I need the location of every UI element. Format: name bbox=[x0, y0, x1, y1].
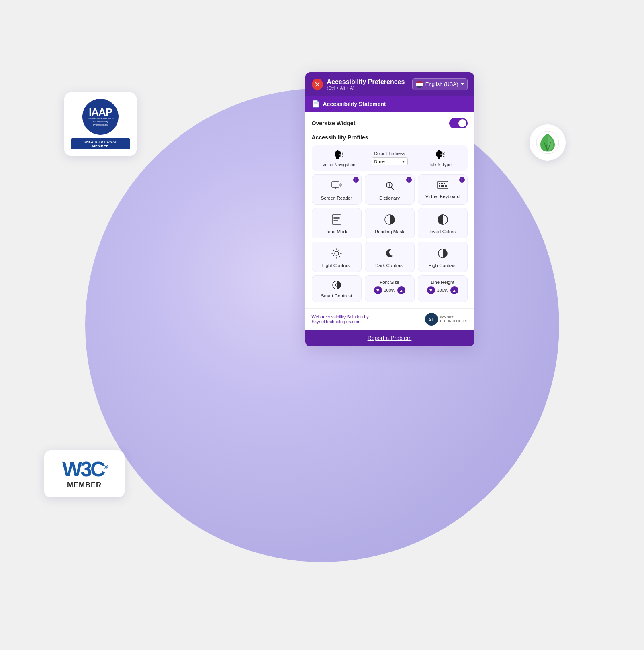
high-contrast-icon bbox=[437, 248, 448, 261]
leaf-svg bbox=[536, 130, 560, 155]
chevron-down-icon bbox=[461, 83, 464, 85]
font-size-value: 100% bbox=[384, 288, 396, 293]
org-member-badge: ORGANIZATIONAL MEMBER bbox=[71, 138, 130, 149]
widget-body: Oversize Widget Accessibility Profiles 🗣… bbox=[305, 112, 474, 308]
accessibility-statement-bar[interactable]: 📄 Accessibility Statement bbox=[305, 96, 474, 112]
talk-type-label: Talk & Type bbox=[429, 162, 452, 167]
dictionary-icon bbox=[384, 180, 395, 193]
accessibility-statement-text: Accessibility Statement bbox=[323, 101, 386, 107]
font-size-increase-button[interactable]: ▴ bbox=[397, 286, 405, 294]
color-blindness-chevron bbox=[402, 161, 405, 163]
color-blindness-select[interactable]: None bbox=[372, 157, 408, 165]
info-badge-virtual-keyboard: i bbox=[459, 177, 465, 183]
reading-mask-label: Reading Mask bbox=[375, 229, 405, 234]
oversize-label: Oversize Widget bbox=[312, 120, 356, 126]
smart-contrast-icon bbox=[331, 280, 342, 292]
skynet-logo: ST SKYNETTECHNOLOGIES bbox=[425, 313, 468, 326]
svg-rect-7 bbox=[439, 185, 440, 187]
footer-brand: Web Accessibility Solution by SkynetTech… bbox=[312, 313, 468, 326]
w3c-badge: W3C® MEMBER bbox=[44, 450, 125, 497]
close-button[interactable] bbox=[312, 79, 323, 90]
invert-colors-label: Invert Colors bbox=[429, 229, 456, 234]
dictionary-label: Dictionary bbox=[379, 196, 400, 200]
line-height-card: Line Height ▾ 100% ▴ bbox=[418, 275, 468, 302]
scene: IAAP International Association of Access… bbox=[0, 0, 644, 650]
line-height-decrease-button[interactable]: ▾ bbox=[427, 286, 435, 294]
svg-rect-1 bbox=[332, 182, 339, 187]
svg-rect-9 bbox=[445, 185, 447, 187]
line-height-controls: ▾ 100% ▴ bbox=[427, 286, 458, 294]
bottom-controls-row: Smart Contrast Font Size ▾ 100% ▴ Line H… bbox=[312, 275, 468, 302]
w3c-logo: W3C® bbox=[62, 458, 106, 479]
lang-label: English (USA) bbox=[425, 81, 458, 87]
line-height-increase-button[interactable]: ▴ bbox=[450, 286, 458, 294]
iaap-description: International Association of Accessibili… bbox=[86, 117, 114, 126]
iaap-badge: IAAP International Association of Access… bbox=[64, 92, 137, 156]
feature-dark-contrast[interactable]: Dark Contrast bbox=[365, 242, 415, 272]
leaf-icon-badge bbox=[530, 124, 566, 161]
screen-reader-label: Screen Reader bbox=[321, 196, 352, 200]
reading-mask-icon bbox=[384, 214, 395, 227]
iaap-logo-text: IAAP bbox=[89, 107, 112, 117]
svg-rect-5 bbox=[441, 183, 443, 184]
color-blindness-wrapper: Color Blindness None bbox=[366, 151, 413, 165]
header-left: Accessibility Preferences (Ctrl + Alt + … bbox=[312, 78, 405, 90]
footer-text-group: Web Accessibility Solution by SkynetTech… bbox=[312, 314, 369, 324]
voice-navigation-icon: 🗣 bbox=[333, 149, 345, 161]
flag-icon bbox=[416, 81, 423, 88]
iaap-circle: IAAP International Association of Access… bbox=[82, 99, 119, 135]
skynet-icon: ST bbox=[425, 313, 438, 326]
report-problem-bar[interactable]: Report a Problem bbox=[305, 330, 474, 346]
feature-screen-reader[interactable]: i Screen Reader bbox=[312, 174, 362, 205]
profiles-top-row: 🗣 Voice Navigation Color Blindness None … bbox=[312, 145, 468, 171]
profile-talk-type[interactable]: 🗣 Talk & Type bbox=[417, 149, 464, 167]
feature-high-contrast[interactable]: High Contrast bbox=[418, 242, 468, 272]
screen-reader-icon bbox=[331, 180, 342, 193]
voice-navigation-label: Voice Navigation bbox=[323, 162, 356, 167]
w3c-member-text: MEMBER bbox=[67, 481, 102, 489]
footer-brand-link[interactable]: SkynetTechnologies.com bbox=[312, 319, 369, 324]
header-subtitle: (Ctrl + Alt + A) bbox=[327, 86, 405, 90]
widget-header: Accessibility Preferences (Ctrl + Alt + … bbox=[305, 72, 474, 96]
feature-virtual-keyboard[interactable]: i Virtual Keyboard bbox=[418, 174, 468, 205]
light-contrast-label: Light Contrast bbox=[322, 263, 351, 268]
high-contrast-label: High Contrast bbox=[428, 263, 456, 268]
header-title: Accessibility Preferences bbox=[327, 78, 405, 86]
language-selector[interactable]: English (USA) bbox=[412, 78, 468, 90]
info-badge-dictionary: i bbox=[406, 177, 412, 183]
oversize-toggle[interactable] bbox=[449, 118, 468, 128]
svg-rect-4 bbox=[439, 183, 440, 184]
header-title-group: Accessibility Preferences (Ctrl + Alt + … bbox=[327, 78, 405, 90]
feature-read-mode[interactable]: Read Mode bbox=[312, 208, 362, 238]
feature-reading-mask[interactable]: Reading Mask bbox=[365, 208, 415, 238]
widget-footer: Web Accessibility Solution by SkynetTech… bbox=[305, 308, 474, 330]
feature-invert-colors[interactable]: Invert Colors bbox=[418, 208, 468, 238]
footer-brand-text: Web Accessibility Solution by bbox=[312, 314, 369, 319]
virtual-keyboard-label: Virtual Keyboard bbox=[425, 194, 460, 199]
light-contrast-icon bbox=[331, 248, 342, 261]
font-size-decrease-button[interactable]: ▾ bbox=[374, 286, 382, 294]
dark-contrast-icon bbox=[384, 248, 395, 261]
invert-colors-icon bbox=[437, 214, 448, 227]
line-height-label: Line Height bbox=[431, 280, 454, 285]
color-blindness-label: Color Blindness bbox=[374, 151, 405, 156]
profiles-label: Accessibility Profiles bbox=[312, 134, 468, 141]
svg-rect-6 bbox=[444, 183, 445, 184]
line-height-value: 100% bbox=[437, 288, 449, 293]
font-size-label: Font Size bbox=[380, 280, 399, 285]
svg-point-14 bbox=[335, 251, 339, 255]
report-problem-text: Report a Problem bbox=[368, 335, 412, 341]
svg-rect-10 bbox=[332, 215, 341, 224]
profile-voice-navigation[interactable]: 🗣 Voice Navigation bbox=[316, 149, 362, 167]
smart-contrast-label: Smart Contrast bbox=[321, 293, 352, 298]
font-size-card: Font Size ▾ 100% ▴ bbox=[365, 275, 415, 302]
feature-dictionary[interactable]: i Dictionary bbox=[365, 174, 415, 205]
svg-rect-8 bbox=[441, 185, 444, 187]
dark-contrast-label: Dark Contrast bbox=[375, 263, 404, 268]
virtual-keyboard-icon bbox=[437, 180, 448, 192]
svg-rect-3 bbox=[438, 181, 448, 189]
oversize-widget-row: Oversize Widget bbox=[312, 118, 468, 128]
smart-contrast-card[interactable]: Smart Contrast bbox=[312, 275, 362, 302]
feature-light-contrast[interactable]: Light Contrast bbox=[312, 242, 362, 272]
widget-panel: Accessibility Preferences (Ctrl + Alt + … bbox=[305, 72, 474, 346]
